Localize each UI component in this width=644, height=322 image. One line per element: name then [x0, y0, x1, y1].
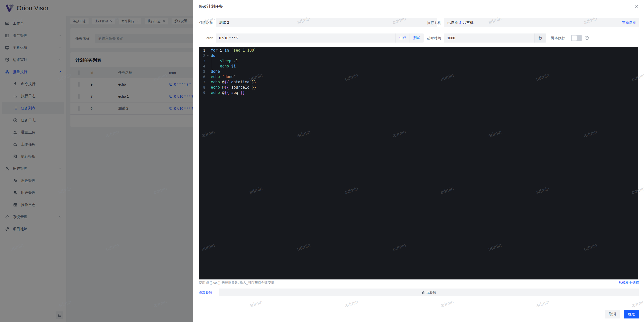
fold-chevron-icon[interactable]: [205, 53, 211, 58]
lock-icon: [422, 291, 425, 294]
cron-input[interactable]: [216, 33, 395, 43]
drawer-title: 修改计划任务: [199, 0, 223, 13]
question-circle-icon[interactable]: [585, 36, 589, 40]
editor-line: 6echo 'done': [199, 74, 638, 80]
edit-task-drawer: 修改计划任务 任务名称 执行主机 已选择 2 台主机 重新选择 cron 生成 …: [193, 0, 644, 322]
exec-host-field[interactable]: 已选择 2 台主机 重新选择: [444, 18, 639, 27]
code-text: for i in `seq 1 100`: [211, 48, 256, 53]
host-selected-suffix: 台主机: [463, 20, 473, 25]
gutter-spacer: [205, 85, 211, 90]
app-root: Orion Visor 工作台资产管理主机运维运维审计批量执行命令执行执行日志任…: [0, 0, 644, 322]
cron-generate-button[interactable]: 生成: [395, 33, 410, 43]
cron-label: cron: [198, 33, 213, 43]
confirm-button[interactable]: 确定: [624, 310, 639, 318]
editor-line: 9echo @{{ seq }}: [199, 90, 638, 95]
line-number: 2: [199, 53, 205, 58]
editor-line: 7echo @{{ datetime }}: [199, 80, 638, 85]
exec-host-label: 执行主机: [426, 18, 441, 27]
line-number: 6: [199, 74, 205, 80]
no-parameter-text: 无参数: [426, 290, 436, 295]
drawer-header: 修改计划任务: [193, 0, 644, 13]
code-text: done: [211, 69, 220, 74]
timeout-unit: 秒: [534, 33, 546, 43]
choose-from-template-link[interactable]: 从模板中选择: [619, 280, 639, 285]
cancel-button[interactable]: 取消: [605, 310, 620, 318]
code-text: echo @{{ sourceId }}: [211, 85, 256, 90]
editor-line: 4 echo $i: [199, 64, 638, 69]
parameter-empty-field: 无参数: [219, 289, 639, 296]
cron-field: 生成 测试: [216, 33, 424, 43]
gutter-spacer: [205, 64, 211, 69]
line-number: 1: [199, 48, 205, 53]
editor-hint-row: 使用 @{{ xxx }} 来替换参数, 输入_可以获取全部变量 从模板中选择: [199, 280, 639, 285]
task-name-input[interactable]: [216, 18, 437, 27]
line-number: 8: [199, 85, 205, 90]
script-exec-toggle[interactable]: [571, 35, 582, 41]
indent-guide: [211, 58, 211, 69]
gutter-spacer: [205, 74, 211, 80]
editor-line: 2do: [199, 53, 638, 58]
editor-line: 3 sleep .1: [199, 58, 638, 64]
code-text: echo @{{ datetime }}: [211, 80, 256, 85]
code-text: echo 'done': [211, 74, 236, 80]
script-code-editor[interactable]: 1for i in `seq 1 100`2do3 sleep .14 echo…: [199, 47, 638, 279]
script-exec-label: 脚本执行: [550, 33, 565, 43]
host-selected-count: 2: [459, 21, 461, 25]
gutter-spacer: [205, 90, 211, 95]
line-number: 5: [199, 69, 205, 74]
gutter-spacer: [205, 69, 211, 74]
timeout-label: 超时时间: [426, 33, 441, 43]
close-icon[interactable]: [634, 4, 638, 9]
toggle-knob: [572, 35, 577, 41]
line-number: 3: [199, 58, 205, 64]
param-hint-text: 使用 @{{ xxx }} 来替换参数, 输入_可以获取全部变量: [199, 280, 274, 285]
code-text: echo @{{ seq }}: [211, 90, 245, 95]
task-name-field: [216, 18, 437, 27]
task-name-label: 任务名称: [198, 18, 213, 27]
code-text: do: [211, 53, 215, 58]
editor-line: 8echo @{{ sourceId }}: [199, 85, 638, 90]
gutter-spacer: [205, 80, 211, 85]
line-number: 9: [199, 90, 205, 95]
line-number: 4: [199, 64, 205, 69]
gutter-spacer: [205, 48, 211, 53]
line-number: 7: [199, 80, 205, 85]
host-reselect-link[interactable]: 重新选择: [622, 20, 636, 25]
parameter-row: 添加参数 无参数: [193, 289, 644, 296]
add-parameter-button[interactable]: 添加参数: [199, 289, 212, 296]
drawer-footer: 取消 确定: [193, 306, 644, 322]
code-text: sleep .1: [211, 58, 238, 64]
host-selected-prefix: 已选择: [447, 20, 458, 25]
gutter-spacer: [205, 58, 211, 64]
editor-line: 1for i in `seq 1 100`: [199, 48, 638, 53]
timeout-field: 秒: [444, 33, 546, 43]
cron-test-button[interactable]: 测试: [410, 33, 424, 43]
code-text: echo $i: [211, 64, 236, 69]
timeout-input[interactable]: [444, 33, 534, 43]
editor-line: 5done: [199, 69, 638, 74]
